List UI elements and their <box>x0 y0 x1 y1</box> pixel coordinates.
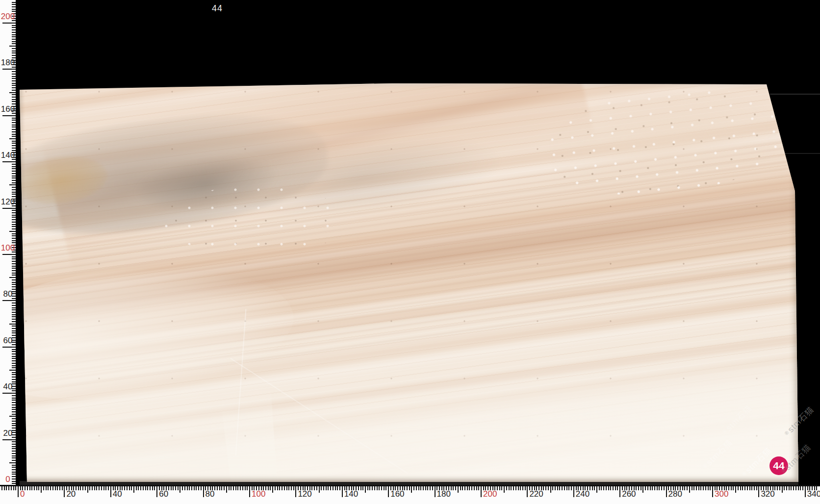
left-ruler-major-line <box>2 161 16 162</box>
bottom-ruler-tick <box>566 486 567 490</box>
left-ruler-tick <box>12 122 16 123</box>
bottom-ruler-label: 300 <box>715 490 728 499</box>
bottom-ruler-tick <box>92 486 93 490</box>
left-ruler-tick <box>12 275 16 276</box>
slab-image[interactable] <box>20 83 798 482</box>
bottom-ruler-tick <box>242 486 243 490</box>
left-ruler-tick <box>12 43 16 44</box>
left-ruler-tick <box>12 356 16 357</box>
bottom-ruler-line <box>0 485 820 486</box>
bottom-ruler-tick <box>407 486 408 490</box>
bottom-ruler-tick <box>411 486 412 493</box>
left-ruler-tick <box>12 25 16 26</box>
left-ruler-tick <box>12 282 16 283</box>
bottom-ruler-tick <box>427 486 428 490</box>
left-ruler-tick <box>12 360 16 361</box>
bottom-ruler-tick <box>62 486 63 490</box>
left-ruler-tick <box>12 235 16 236</box>
left-ruler-tick <box>12 226 16 227</box>
bottom-ruler-tick <box>608 486 609 490</box>
bottom-ruler-tick <box>282 486 282 490</box>
left-ruler-tick <box>9 416 16 417</box>
bottom-ruler-tick <box>369 486 370 490</box>
left-ruler-tick <box>12 404 16 405</box>
left-ruler-tick <box>12 143 16 144</box>
background-edge-line <box>770 94 820 95</box>
bottom-ruler-tick <box>231 486 231 490</box>
left-ruler-tick <box>12 4 16 5</box>
left-ruler-tick <box>12 173 16 174</box>
left-ruler-tick <box>12 284 16 285</box>
bottom-ruler-tick <box>189 486 190 490</box>
bottom-ruler-label: 120 <box>298 490 311 499</box>
bottom-ruler-tick <box>786 486 787 490</box>
left-ruler-tick <box>12 330 16 331</box>
bottom-ruler-tick <box>659 486 660 490</box>
bottom-ruler-tick <box>291 486 292 490</box>
bottom-ruler-tick <box>154 486 155 490</box>
left-ruler-tick <box>12 266 16 267</box>
bottom-ruler-tick <box>756 486 757 490</box>
left-ruler-tick <box>12 358 16 359</box>
bottom-ruler-tick <box>293 486 294 490</box>
left-ruler-tick <box>9 231 16 232</box>
left-ruler-tick <box>12 29 16 30</box>
bottom-ruler-tick <box>268 486 269 490</box>
bottom-ruler-tick <box>316 486 317 490</box>
bottom-ruler-tick <box>557 486 558 490</box>
bottom-ruler-tick <box>650 486 651 490</box>
bottom-ruler-tick <box>323 486 324 490</box>
bottom-ruler-tick <box>657 486 658 490</box>
left-ruler-label: 120 <box>0 198 16 206</box>
left-ruler-tick <box>9 138 16 139</box>
bottom-ruler-tick <box>321 486 322 490</box>
bottom-ruler-tick <box>664 486 665 490</box>
left-ruler-tick <box>12 328 16 329</box>
bottom-ruler-tick <box>196 486 197 490</box>
left-ruler-label: 160 <box>0 105 16 114</box>
bottom-ruler-tick <box>594 486 595 490</box>
left-ruler-tick <box>12 166 16 167</box>
bottom-ruler-tick <box>564 486 565 490</box>
bottom-ruler-tick <box>509 486 510 490</box>
bottom-ruler-tick <box>601 486 602 490</box>
bottom-ruler-tick <box>237 486 238 490</box>
bottom-ruler-label: 20 <box>66 490 76 499</box>
left-ruler-tick <box>12 302 16 303</box>
left-ruler-tick <box>12 180 16 181</box>
bottom-ruler-tick <box>385 486 386 490</box>
left-ruler-tick <box>12 182 16 183</box>
bottom-ruler-tick <box>233 486 234 490</box>
left-ruler-tick <box>12 215 16 216</box>
left-ruler-tick <box>12 148 16 149</box>
slab-number-top: 44 <box>200 3 234 14</box>
bottom-ruler-tick <box>184 486 185 490</box>
bottom-ruler-tick <box>235 486 236 490</box>
left-ruler-tick <box>12 99 16 100</box>
bottom-ruler-tick <box>432 486 433 490</box>
bottom-ruler-tick <box>272 486 273 493</box>
bottom-ruler-tick <box>94 486 95 490</box>
bottom-ruler-tick <box>615 486 616 490</box>
bottom-ruler-label: 40 <box>113 490 122 499</box>
bottom-ruler-tick <box>82 486 83 490</box>
bottom-ruler-tick <box>221 486 222 490</box>
bottom-ruler-tick <box>43 486 44 490</box>
bottom-ruler-tick <box>467 486 468 490</box>
left-ruler-tick <box>12 134 16 135</box>
bottom-ruler-tick <box>29 486 30 490</box>
bottom-ruler-tick <box>295 486 296 497</box>
left-ruler-label: 140 <box>0 151 16 160</box>
bottom-ruler-tick <box>362 486 363 490</box>
left-ruler-label: 80 <box>0 290 16 299</box>
bottom-ruler-tick <box>733 486 734 490</box>
bottom-ruler-label: 0 <box>20 490 25 499</box>
bottom-ruler-tick <box>105 486 106 490</box>
left-ruler-tick <box>12 187 16 188</box>
bottom-ruler-tick <box>548 486 549 490</box>
bottom-ruler-label: 160 <box>390 490 404 499</box>
bottom-ruler-label: 320 <box>761 490 774 499</box>
left-ruler-tick <box>12 372 16 373</box>
left-ruler-tick <box>12 460 16 461</box>
bottom-ruler-tick <box>409 486 410 490</box>
